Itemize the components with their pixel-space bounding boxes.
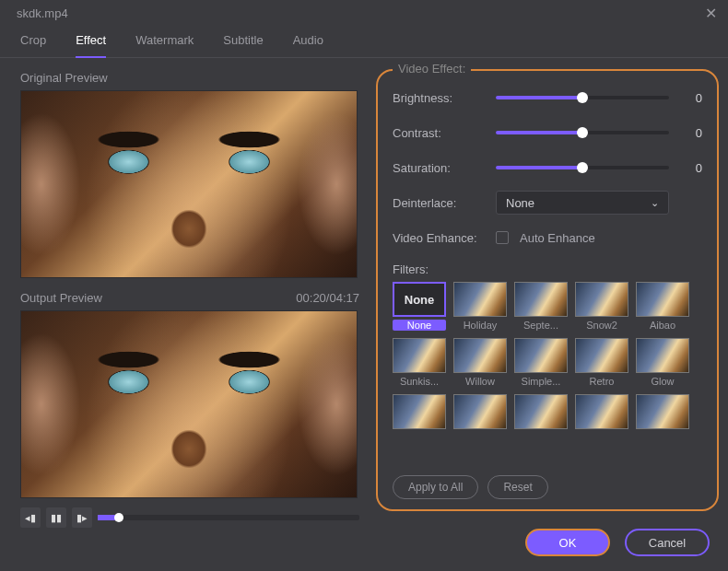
window-title: skdk.mp4 xyxy=(17,6,68,20)
tab-bar: Crop Effect Watermark Subtitle Audio xyxy=(0,26,728,58)
filter-label: Simple... xyxy=(514,376,568,387)
filter-item: Retro xyxy=(575,338,628,387)
filter-label: Holiday xyxy=(453,320,507,331)
brightness-fill xyxy=(496,96,582,99)
filter-label: Snow2 xyxy=(575,320,628,331)
filter-label: Glow xyxy=(636,376,689,387)
seek-bar[interactable] xyxy=(98,515,359,520)
tab-subtitle[interactable]: Subtitle xyxy=(223,26,263,57)
deinterlace-label: Deinterlace: xyxy=(393,196,485,210)
filter-thumb-idx12[interactable] xyxy=(514,394,568,429)
filter-label: Aibao xyxy=(636,320,689,331)
filter-thumb-idx11[interactable] xyxy=(453,394,507,429)
ok-button[interactable]: OK xyxy=(525,529,610,556)
filter-item: Glow xyxy=(636,338,689,387)
contrast-thumb[interactable] xyxy=(577,127,588,138)
brightness-label: Brightness: xyxy=(393,91,485,105)
filter-item: Aibao xyxy=(636,282,689,331)
contrast-label: Contrast: xyxy=(393,126,485,140)
saturation-slider[interactable] xyxy=(496,166,669,169)
tab-crop[interactable]: Crop xyxy=(20,26,46,57)
close-icon[interactable]: ✕ xyxy=(705,5,717,22)
filter-item: NoneNone xyxy=(393,282,446,331)
filter-thumb-snow2[interactable] xyxy=(575,282,628,317)
auto-enhance-label: Auto Enhance xyxy=(520,231,595,245)
seek-thumb[interactable] xyxy=(114,513,123,522)
output-preview-label: Output Preview xyxy=(20,291,102,305)
saturation-fill xyxy=(496,166,582,169)
filters-label: Filters: xyxy=(393,262,702,276)
timecode: 00:20/04:17 xyxy=(296,291,359,305)
filter-item xyxy=(514,394,568,429)
tab-watermark[interactable]: Watermark xyxy=(135,26,194,57)
pause-button[interactable]: ▮▮ xyxy=(46,507,66,528)
filter-thumb-aibao[interactable] xyxy=(636,282,689,317)
saturation-label: Saturation: xyxy=(393,161,485,175)
cancel-button[interactable]: Cancel xyxy=(625,529,710,556)
filter-thumb-simple...[interactable] xyxy=(514,338,568,373)
filter-item xyxy=(575,394,628,429)
brightness-thumb[interactable] xyxy=(577,92,588,103)
original-preview-label: Original Preview xyxy=(20,71,108,85)
tab-effect[interactable]: Effect xyxy=(76,26,106,58)
chevron-down-icon: ⌄ xyxy=(651,197,659,209)
filter-thumb-glow[interactable] xyxy=(636,338,689,373)
auto-enhance-checkbox[interactable] xyxy=(496,231,509,244)
filters-area: NoneNoneHolidaySepte...Snow2AibaoSunkis.… xyxy=(393,282,702,466)
filter-item: Holiday xyxy=(453,282,507,331)
filter-item: Snow2 xyxy=(575,282,628,331)
filter-item xyxy=(636,394,689,429)
filter-label: None xyxy=(393,320,446,331)
brightness-value: 0 xyxy=(680,91,702,105)
filter-item: Willow xyxy=(453,338,507,387)
contrast-fill xyxy=(496,131,582,134)
apply-to-all-button[interactable]: Apply to All xyxy=(393,475,478,499)
filter-label: Septe... xyxy=(514,320,568,331)
filter-label: Sunkis... xyxy=(393,376,446,387)
video-enhance-label: Video Enhance: xyxy=(393,231,485,245)
filter-thumb-idx10[interactable] xyxy=(393,394,446,429)
filter-item xyxy=(393,394,446,429)
filter-label: Retro xyxy=(575,376,628,387)
video-effect-panel: Video Effect: Brightness: 0 Contrast: 0 … xyxy=(376,69,719,511)
filter-thumb-idx14[interactable] xyxy=(636,394,689,429)
original-preview xyxy=(20,90,358,278)
transport-controls: ◂▮ ▮▮ ▮▸ xyxy=(20,506,359,530)
filter-label: Willow xyxy=(453,376,507,387)
deinterlace-select[interactable]: None ⌄ xyxy=(496,191,669,215)
contrast-slider[interactable] xyxy=(496,131,669,134)
filter-thumb-retro[interactable] xyxy=(575,338,628,373)
filter-thumb-holiday[interactable] xyxy=(453,282,507,317)
filter-thumb-none[interactable]: None xyxy=(393,282,446,317)
filter-item: Simple... xyxy=(514,338,568,387)
filter-thumb-septe...[interactable] xyxy=(514,282,568,317)
step-forward-button[interactable]: ▮▸ xyxy=(72,507,92,528)
filter-item: Sunkis... xyxy=(393,338,446,387)
reset-button[interactable]: Reset xyxy=(487,475,547,499)
filter-thumb-sunkis...[interactable] xyxy=(393,338,446,373)
tab-audio[interactable]: Audio xyxy=(293,26,323,57)
deinterlace-value: None xyxy=(506,196,534,210)
filter-item: Septe... xyxy=(514,282,568,331)
panel-title: Video Effect: xyxy=(393,62,471,76)
filter-thumb-idx13[interactable] xyxy=(575,394,628,429)
filter-item xyxy=(453,394,507,429)
filter-thumb-willow[interactable] xyxy=(453,338,507,373)
contrast-value: 0 xyxy=(680,126,702,140)
brightness-slider[interactable] xyxy=(496,96,669,99)
saturation-value: 0 xyxy=(680,161,702,175)
output-preview xyxy=(20,310,358,498)
step-back-button[interactable]: ◂▮ xyxy=(20,507,41,528)
saturation-thumb[interactable] xyxy=(577,162,588,173)
